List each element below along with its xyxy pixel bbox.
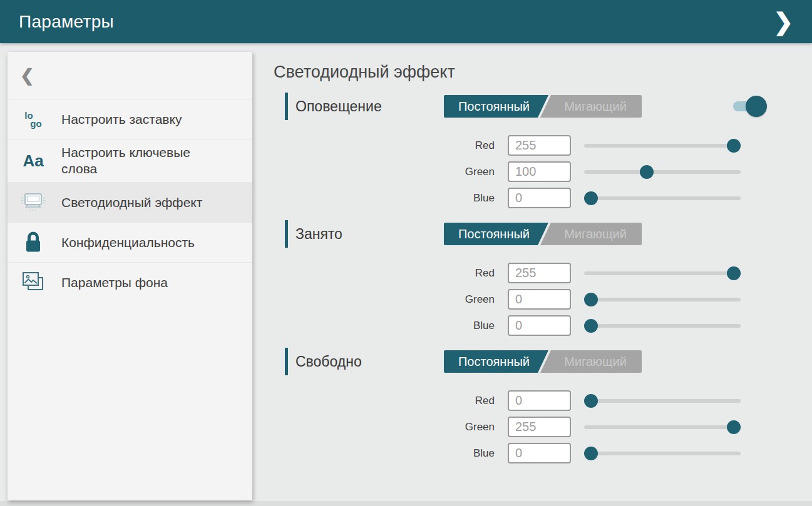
rgb-slider[interactable] <box>584 191 741 205</box>
section-name: Свободно <box>296 353 444 370</box>
blue-value-input[interactable] <box>508 443 571 463</box>
sidebar-item-label: Светодиодный эффект <box>61 195 202 211</box>
red-value-input[interactable] <box>508 263 571 283</box>
green-value-input[interactable] <box>508 289 571 310</box>
slider-thumb[interactable] <box>640 165 654 179</box>
page-title: Параметры <box>19 12 114 32</box>
text-aa-icon: Aa <box>19 151 48 171</box>
channel-label: Green <box>274 293 495 306</box>
rgb-rows: Red Green Blue <box>274 390 793 463</box>
slider-thumb[interactable] <box>727 139 741 153</box>
mode-segmented-control: Постоянный Мигающий <box>444 350 642 373</box>
rgb-slider[interactable] <box>584 319 741 333</box>
settings-screen: Параметры ❯ ❮ logo Настроить заставку Aa… <box>0 0 812 506</box>
logo-icon: logo <box>19 111 48 128</box>
rgb-slider[interactable] <box>584 447 741 460</box>
channel-label: Red <box>274 395 495 407</box>
section-accent-bar <box>285 348 288 375</box>
sidebar-item-background[interactable]: Параметры фона <box>8 262 252 302</box>
sidebar-item-label: Настроить заставку <box>61 111 182 128</box>
slider-track <box>584 399 741 403</box>
rgb-rows: Red Green Blue <box>274 135 793 208</box>
channel-label: Blue <box>274 192 495 205</box>
slider-track <box>584 298 741 301</box>
section-notification: Оповещение Постоянный Мигающий Red <box>274 93 793 208</box>
rgb-slider[interactable] <box>584 420 741 434</box>
section-accent-bar <box>285 220 288 248</box>
rgb-slider[interactable] <box>584 266 741 280</box>
slider-track <box>584 144 741 148</box>
slider-track <box>584 196 741 200</box>
slider-thumb[interactable] <box>584 447 598 460</box>
notification-toggle-switch[interactable] <box>733 96 767 117</box>
back-chevron-icon: ❮ <box>20 66 34 86</box>
slider-thumb[interactable] <box>727 420 741 434</box>
section-header: Занято Постоянный Мигающий <box>274 220 793 248</box>
channel-label: Green <box>274 421 495 433</box>
rgb-row-red: Red <box>274 135 793 156</box>
bottom-edge <box>0 501 812 506</box>
sidebar-item-splash-screen[interactable]: logo Настроить заставку <box>8 99 252 139</box>
channel-label: Red <box>274 267 495 280</box>
red-value-input[interactable] <box>508 390 571 411</box>
red-value-input[interactable] <box>508 135 571 156</box>
rgb-row-green: Green <box>274 289 793 310</box>
slider-thumb[interactable] <box>584 293 598 306</box>
slider-thumb[interactable] <box>584 191 598 205</box>
sidebar-back-button[interactable]: ❮ <box>8 52 252 99</box>
slider-track <box>584 271 741 275</box>
images-icon <box>19 271 48 295</box>
section-name: Оповещение <box>296 98 444 115</box>
slider-thumb[interactable] <box>727 266 741 280</box>
mode-segmented-control: Постоянный Мигающий <box>444 95 642 118</box>
rgb-slider[interactable] <box>584 293 741 306</box>
lock-icon <box>19 231 48 255</box>
sidebar-item-label: Конфиденциальность <box>61 235 195 251</box>
rgb-slider[interactable] <box>584 394 741 408</box>
channel-label: Blue <box>274 447 495 460</box>
slider-track <box>584 324 741 328</box>
channel-label: Red <box>274 139 495 152</box>
forward-chevron-icon[interactable]: ❯ <box>768 9 798 35</box>
sidebar-item-keywords[interactable]: Aa Настроить ключевые слова <box>8 139 252 182</box>
rgb-rows: Red Green Blue <box>274 263 793 336</box>
switch-knob[interactable] <box>746 96 767 117</box>
channel-label: Green <box>274 166 495 178</box>
blue-value-input[interactable] <box>508 188 571 208</box>
rgb-row-blue: Blue <box>274 188 793 208</box>
section-busy: Занято Постоянный Мигающий Red <box>274 220 793 336</box>
rgb-row-red: Red <box>274 263 793 283</box>
section-free: Свободно Постоянный Мигающий Red <box>274 348 793 463</box>
slider-track <box>584 170 741 174</box>
green-value-input[interactable] <box>508 161 571 182</box>
rgb-row-red: Red <box>274 390 793 411</box>
section-name: Занято <box>296 226 444 243</box>
green-value-input[interactable] <box>508 417 571 437</box>
sidebar: ❮ logo Настроить заставку Aa Настроить к… <box>8 52 252 500</box>
content-title: Светодиодный эффект <box>274 61 793 83</box>
sidebar-item-privacy[interactable]: Конфиденциальность <box>8 222 252 262</box>
rgb-slider[interactable] <box>584 165 741 179</box>
top-bar: Параметры ❯ <box>0 0 812 43</box>
sidebar-item-led-effect[interactable]: Светодиодный эффект <box>8 182 252 222</box>
mode-segmented-control: Постоянный Мигающий <box>444 223 642 245</box>
channel-label: Blue <box>274 320 495 332</box>
monitor-icon <box>19 192 48 213</box>
main-content: Светодиодный эффект Оповещение Постоянны… <box>274 56 793 475</box>
sidebar-item-label: Параметры фона <box>61 275 168 291</box>
rgb-row-blue: Blue <box>274 443 793 463</box>
section-header: Свободно Постоянный Мигающий <box>274 348 793 375</box>
section-accent-bar <box>285 93 288 120</box>
rgb-row-green: Green <box>274 161 793 182</box>
slider-track <box>584 425 741 429</box>
slider-thumb[interactable] <box>584 319 598 333</box>
slider-thumb[interactable] <box>584 394 598 408</box>
slider-track <box>584 452 741 455</box>
rgb-row-green: Green <box>274 417 793 437</box>
blue-value-input[interactable] <box>508 315 571 336</box>
rgb-row-blue: Blue <box>274 315 793 336</box>
sidebar-item-label: Настроить ключевые слова <box>61 144 219 177</box>
section-header: Оповещение Постоянный Мигающий <box>274 93 793 120</box>
rgb-slider[interactable] <box>584 139 741 153</box>
